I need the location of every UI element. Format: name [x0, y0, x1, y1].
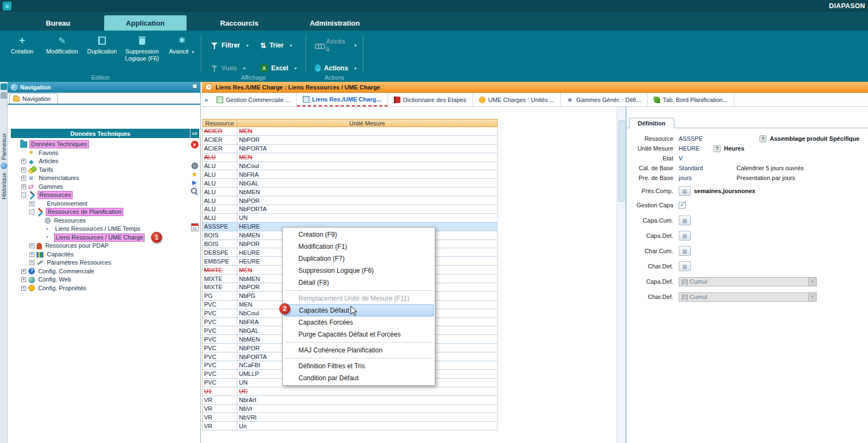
menu-tab[interactable]: Administration: [292, 15, 378, 31]
tree-item[interactable]: Liens Ressources / UME Temps: [11, 225, 190, 234]
tree-item-label[interactable]: Config. Propriétés: [37, 285, 87, 292]
table-row[interactable]: VR NbVRI: [202, 413, 498, 422]
table-row[interactable]: VR Un: [202, 422, 498, 430]
tree-item[interactable]: + Ressources pour PDAP: [11, 242, 190, 250]
tree-expander[interactable]: -: [21, 193, 26, 197]
tree-expander[interactable]: +: [29, 243, 34, 248]
tree-expander[interactable]: +: [29, 252, 34, 257]
char-cum-button[interactable]: [679, 246, 691, 256]
document-tab[interactable]: Gestion Commerciale ...: [211, 93, 297, 106]
pin-icon[interactable]: [191, 84, 197, 91]
vues-button[interactable]: Vues: [209, 61, 256, 75]
panel-icon[interactable]: [1, 83, 7, 90]
panneaux-strip-tab[interactable]: Panneaux: [1, 133, 7, 160]
excel-button[interactable]: Excel: [258, 61, 305, 75]
calendar-icon[interactable]: 21: [191, 223, 199, 231]
context-menu-item[interactable]: Détail (F8): [283, 277, 435, 289]
navigation-tab[interactable]: Navigation: [9, 93, 58, 104]
tree-item-label[interactable]: Gammes: [38, 183, 64, 190]
tab-overflow-icon[interactable]: [202, 93, 211, 106]
suppression-logique-button[interactable]: Suppression Logique (F6): [123, 34, 161, 62]
historique-strip-tab[interactable]: Historique: [1, 172, 7, 200]
tree-item-label[interactable]: Capacités: [46, 251, 75, 258]
tree-item-label[interactable]: Favoris: [38, 149, 59, 157]
context-menu-item[interactable]: Purge Capacités Défaut et Forcées: [283, 328, 435, 340]
table-row[interactable]: ACIER MEN: [202, 127, 498, 136]
table-scrollbar[interactable]: [616, 107, 626, 443]
actions-button[interactable]: Actions: [313, 61, 360, 75]
filtrer-button[interactable]: Filtrer: [209, 38, 256, 52]
settings-gear-icon[interactable]: [191, 163, 198, 169]
help-icon[interactable]: [759, 135, 767, 142]
tree-expander[interactable]: +: [21, 277, 26, 282]
expand-all-button[interactable]: >>: [190, 129, 199, 138]
tree-item-label[interactable]: Ressources de Planification: [46, 208, 123, 216]
context-menu-item[interactable]: Condition par Défaut: [283, 372, 435, 384]
tree-item[interactable]: Favoris: [11, 149, 190, 158]
gestion-capa-checkbox[interactable]: [679, 202, 686, 209]
tree-item[interactable]: + Config. Propriétés: [11, 284, 190, 293]
tree-expander[interactable]: +: [21, 286, 26, 291]
tree-expander[interactable]: +: [21, 176, 26, 181]
tree-item-label[interactable]: Ressources: [53, 217, 87, 224]
table-row[interactable]: ALU NbCoul: [202, 162, 498, 171]
context-menu-item[interactable]: Capacités Forcées: [283, 316, 435, 328]
tree-item[interactable]: + Environnement: [11, 200, 190, 208]
context-menu-item[interactable]: Modification (F1): [283, 241, 435, 253]
help-icon[interactable]: [714, 145, 721, 152]
context-menu-item[interactable]: Duplication (F7): [283, 253, 435, 265]
table-row[interactable]: U1 UC: [202, 387, 498, 396]
document-tab[interactable]: Gammes Génér. : Défi...: [561, 93, 648, 106]
context-menu-item[interactable]: Capacités Défaut: [284, 304, 434, 316]
avance-button[interactable]: Avancé: [163, 34, 201, 56]
capa-def-dropdown[interactable]: [0] Cumul: [679, 277, 817, 286]
scrollbar-thumb[interactable]: [618, 120, 625, 202]
tree-item-label[interactable]: Ressources pour PDAP: [44, 242, 110, 249]
tree-expander[interactable]: -: [29, 209, 34, 214]
favorite-star-icon[interactable]: [191, 171, 198, 178]
tree-item-label[interactable]: Environnement: [46, 200, 88, 207]
modification-button[interactable]: Modification: [43, 34, 81, 55]
tree-item[interactable]: Ressources: [11, 217, 190, 225]
tree-item[interactable]: - Ressources: [11, 191, 190, 200]
tree-expander[interactable]: +: [29, 260, 34, 265]
tree-item[interactable]: + Capacités: [11, 250, 190, 259]
table-row[interactable]: ACIER NbPORTA: [202, 145, 498, 153]
context-menu-item[interactable]: Création (F9): [283, 229, 435, 241]
document-tab[interactable]: Tab. Bord Planification...: [648, 93, 734, 106]
search-icon[interactable]: [191, 188, 198, 195]
tree-item[interactable]: Liens Ressources / UME Charge 1: [11, 234, 190, 242]
table-row[interactable]: ALU UN: [202, 214, 498, 223]
document-tab[interactable]: Liens Res./UME Charg...: [297, 93, 388, 106]
column-header-unite-mesure[interactable]: Unité Mesure: [237, 119, 498, 127]
menu-tab[interactable]: Application: [104, 15, 187, 31]
tree-item-label[interactable]: Liens Ressources / UME Charge: [54, 234, 145, 242]
tree-expander[interactable]: +: [21, 184, 26, 189]
table-row[interactable]: VR NbrArt: [202, 396, 498, 405]
close-icon[interactable]: [191, 141, 199, 148]
menu-tab[interactable]: Bureau: [28, 15, 88, 31]
tree-item[interactable]: + Config. Commerciale: [11, 267, 190, 276]
capa-det-button[interactable]: [679, 231, 691, 241]
capa-cum-button[interactable]: [679, 215, 691, 225]
tab-definition[interactable]: Définition: [629, 118, 674, 128]
tree-item-label[interactable]: Config. Commerciale: [37, 268, 95, 275]
tree-expander[interactable]: +: [21, 167, 26, 172]
tree-item-label[interactable]: Tarifs: [38, 166, 54, 173]
table-row[interactable]: ALU NbMEN: [202, 188, 498, 196]
tree-item-label[interactable]: Données Techniques: [29, 140, 89, 148]
column-header-ressource[interactable]: Ressource: [202, 119, 237, 127]
context-menu-item[interactable]: Définition Filtres et Tris: [283, 360, 435, 372]
tree-item[interactable]: + Paramètres Ressources: [11, 259, 190, 267]
panel-icon-2[interactable]: [1, 92, 7, 99]
table-row[interactable]: ALU NbPORTA: [202, 205, 498, 214]
tree-expander[interactable]: +: [21, 159, 26, 164]
tree-item[interactable]: + Nomenclatures: [11, 174, 190, 183]
go-icon[interactable]: [192, 179, 196, 185]
duplication-button[interactable]: Duplication: [83, 34, 121, 55]
acces-a-button[interactable]: Accès à: [313, 38, 360, 52]
trier-button[interactable]: Trier: [258, 38, 305, 52]
context-menu-item[interactable]: Remplacement Unité de Mesure (F11): [283, 292, 435, 304]
tree-item-label[interactable]: Paramètres Ressources: [46, 259, 112, 266]
table-row[interactable]: VR NbVr: [202, 405, 498, 414]
